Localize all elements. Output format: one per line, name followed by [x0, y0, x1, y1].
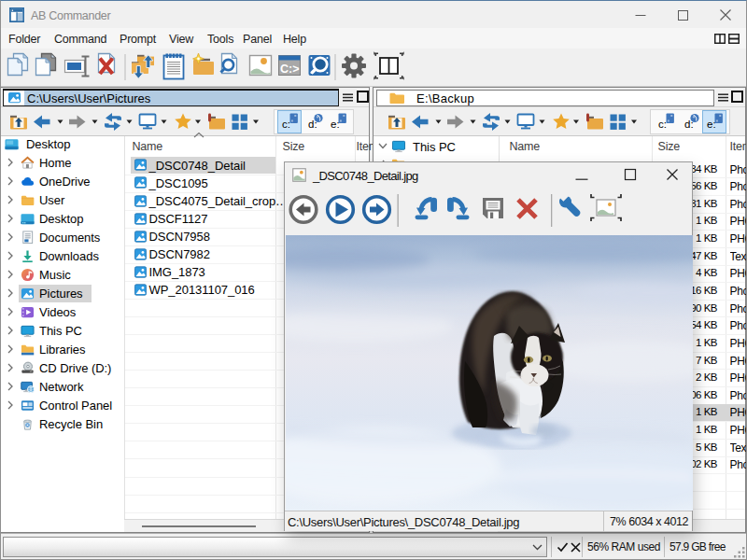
svg-text:e:: e:	[707, 119, 716, 130]
svg-text:c:: c:	[282, 119, 290, 130]
svg-text:e:: e:	[331, 119, 340, 130]
svg-text:c:: c:	[658, 119, 667, 130]
svg-text:C:>: C:>	[280, 63, 300, 76]
